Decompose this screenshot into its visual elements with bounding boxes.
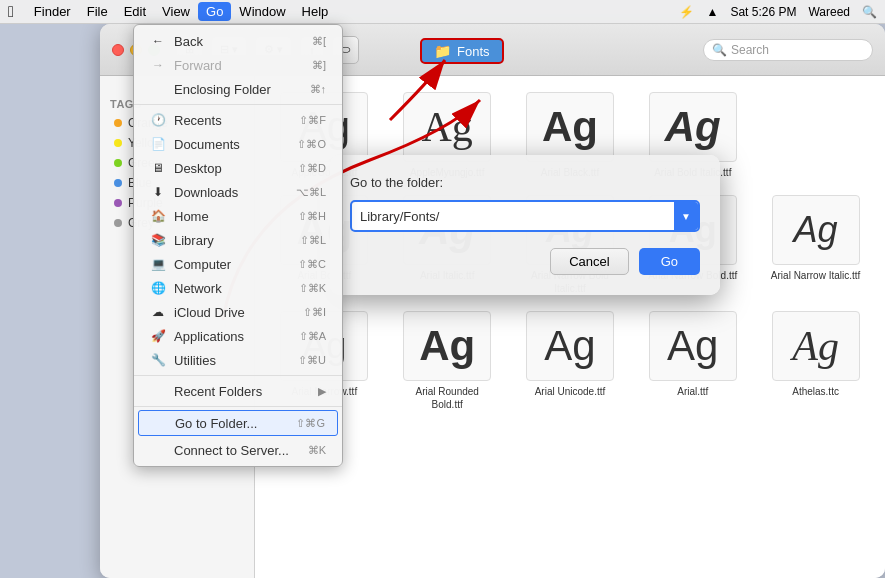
- spotlight-icon[interactable]: 🔍: [862, 5, 877, 19]
- recent-folders-icon: [150, 383, 166, 399]
- menu-network-label: Network: [174, 281, 222, 296]
- menu-computer[interactable]: 💻 Computer ⇧⌘C: [134, 252, 342, 276]
- cancel-button[interactable]: Cancel: [550, 248, 628, 275]
- menu-library[interactable]: 📚 Library ⇧⌘L: [134, 228, 342, 252]
- font-name-unicode: Arial Unicode.ttf: [535, 385, 606, 398]
- apple-menu[interactable]: : [8, 3, 14, 21]
- connect-server-shortcut: ⌘K: [308, 444, 326, 457]
- green-dot: [114, 159, 122, 167]
- font-preview-narrowitalic: Ag: [772, 195, 860, 265]
- menubar-window[interactable]: Window: [231, 2, 293, 21]
- menu-computer-label: Computer: [174, 257, 231, 272]
- menu-applications[interactable]: 🚀 Applications ⇧⌘A: [134, 324, 342, 348]
- grey-dot: [114, 219, 122, 227]
- desktop-icon: 🖥: [150, 160, 166, 176]
- folder-icon: 📁: [434, 43, 451, 59]
- finder-content: Ag AppleGothic.ttf Ag AppleMyungjo.ttf A…: [255, 76, 885, 578]
- enclosing-icon: [150, 81, 166, 97]
- watermark: wsxdum.com: [815, 560, 877, 570]
- purple-dot: [114, 199, 122, 207]
- close-button[interactable]: [112, 44, 124, 56]
- icloud-shortcut: ⇧⌘I: [303, 306, 326, 319]
- network-shortcut: ⇧⌘K: [299, 282, 326, 295]
- menu-utilities[interactable]: 🔧 Utilities ⇧⌘U: [134, 348, 342, 372]
- font-item-arial[interactable]: Ag Arial.ttf: [635, 307, 750, 415]
- menu-connect-server[interactable]: Connect to Server... ⌘K: [134, 438, 342, 462]
- font-item-narrowitalic[interactable]: Ag Arial Narrow Italic.ttf: [758, 191, 873, 299]
- goto-input-wrap: ▼: [350, 200, 700, 232]
- menu-enclosing-folder[interactable]: Enclosing Folder ⌘↑: [134, 77, 342, 101]
- goto-buttons: Cancel Go: [350, 248, 700, 275]
- go-button[interactable]: Go: [639, 248, 700, 275]
- documents-icon: 📄: [150, 136, 166, 152]
- menu-network[interactable]: 🌐 Network ⇧⌘K: [134, 276, 342, 300]
- search-box[interactable]: 🔍 Search: [703, 39, 873, 61]
- menubar-edit[interactable]: Edit: [116, 2, 154, 21]
- search-placeholder: Search: [731, 43, 769, 57]
- goto-dropdown-btn[interactable]: ▼: [674, 202, 698, 230]
- orange-dot: [114, 119, 122, 127]
- font-item-athelas[interactable]: Ag Athelas.ttc: [758, 307, 873, 415]
- font-preview-rounded: Ag: [403, 311, 491, 381]
- menu-connect-server-label: Connect to Server...: [174, 443, 289, 458]
- font-item-rounded[interactable]: Ag Arial Rounded Bold.ttf: [390, 307, 505, 415]
- menu-utilities-label: Utilities: [174, 353, 216, 368]
- menu-recents-label: Recents: [174, 113, 222, 128]
- menu-downloads[interactable]: ⬇ Downloads ⌥⌘L: [134, 180, 342, 204]
- menubar:  Finder File Edit View Go Window Help ⚡…: [0, 0, 885, 24]
- back-shortcut: ⌘[: [312, 35, 326, 48]
- computer-shortcut: ⇧⌘C: [298, 258, 326, 271]
- font-preview-athelas: Ag: [772, 311, 860, 381]
- library-shortcut: ⇧⌘L: [300, 234, 326, 247]
- library-icon: 📚: [150, 232, 166, 248]
- recents-icon: 🕐: [150, 112, 166, 128]
- menu-recents[interactable]: 🕐 Recents ⇧⌘F: [134, 108, 342, 132]
- separator-3: [134, 406, 342, 407]
- forward-icon: →: [150, 57, 166, 73]
- menu-desktop-label: Desktop: [174, 161, 222, 176]
- menu-recent-folders[interactable]: Recent Folders ▶: [134, 379, 342, 403]
- menu-enclosing-label: Enclosing Folder: [174, 82, 271, 97]
- documents-shortcut: ⇧⌘O: [297, 138, 326, 151]
- fonts-folder-badge: 📁 Fonts: [420, 38, 504, 64]
- font-preview-applemyungjo: Ag: [403, 92, 491, 162]
- menu-home-label: Home: [174, 209, 209, 224]
- applications-shortcut: ⇧⌘A: [299, 330, 326, 343]
- computer-icon: 💻: [150, 256, 166, 272]
- font-name-narrowitalic: Arial Narrow Italic.ttf: [771, 269, 860, 282]
- downloads-icon: ⬇: [150, 184, 166, 200]
- menubar-go[interactable]: Go: [198, 2, 231, 21]
- menu-back[interactable]: ← Back ⌘[: [134, 29, 342, 53]
- menubar-file[interactable]: File: [79, 2, 116, 21]
- font-name-athelas: Athelas.ttc: [792, 385, 839, 398]
- fonts-title: Fonts: [457, 44, 490, 59]
- goto-folder-input[interactable]: [352, 203, 674, 230]
- menu-downloads-label: Downloads: [174, 185, 238, 200]
- menu-desktop[interactable]: 🖥 Desktop ⇧⌘D: [134, 156, 342, 180]
- menu-documents[interactable]: 📄 Documents ⇧⌘O: [134, 132, 342, 156]
- font-preview-arialboldit: Ag: [649, 92, 737, 162]
- desktop-shortcut: ⇧⌘D: [298, 162, 326, 175]
- menubar-finder[interactable]: Finder: [26, 2, 79, 21]
- enclosing-shortcut: ⌘↑: [310, 83, 327, 96]
- font-name-arial: Arial.ttf: [677, 385, 708, 398]
- font-name-rounded: Arial Rounded Bold.ttf: [402, 385, 492, 411]
- menu-icloud[interactable]: ☁ iCloud Drive ⇧⌘I: [134, 300, 342, 324]
- font-item-unicode[interactable]: Ag Arial Unicode.ttf: [513, 307, 628, 415]
- font-preview-unicode: Ag: [526, 311, 614, 381]
- home-icon: 🏠: [150, 208, 166, 224]
- goto-dialog: Go to the folder: ▼ Cancel Go: [330, 155, 720, 295]
- forward-shortcut: ⌘]: [312, 59, 326, 72]
- downloads-shortcut: ⌥⌘L: [296, 186, 326, 199]
- menu-library-label: Library: [174, 233, 214, 248]
- goto-folder-shortcut: ⇧⌘G: [296, 417, 325, 430]
- menu-go-to-folder[interactable]: Go to Folder... ⇧⌘G: [138, 410, 338, 436]
- menu-documents-label: Documents: [174, 137, 240, 152]
- menubar-view[interactable]: View: [154, 2, 198, 21]
- blue-dot: [114, 179, 122, 187]
- menubar-help[interactable]: Help: [294, 2, 337, 21]
- recent-folders-arrow: ▶: [318, 385, 326, 398]
- menu-forward[interactable]: → Forward ⌘]: [134, 53, 342, 77]
- menu-home[interactable]: 🏠 Home ⇧⌘H: [134, 204, 342, 228]
- back-icon: ←: [150, 33, 166, 49]
